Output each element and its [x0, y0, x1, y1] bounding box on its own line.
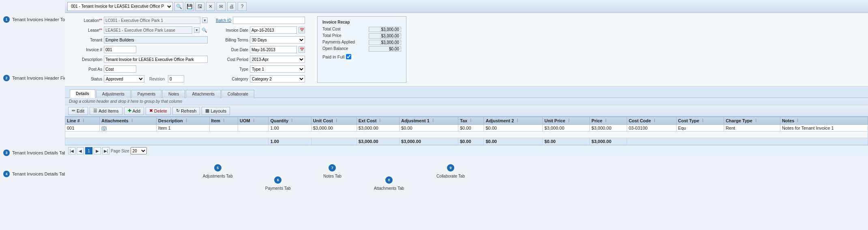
invoice-num-row: Invoice # — [70, 46, 208, 54]
col-cost-type[interactable]: Cost Type ⋮ — [676, 117, 724, 125]
invoice-selector[interactable]: 001 - Tenant Invoice for LEASE1 Executiv… — [67, 2, 173, 11]
layouts-button[interactable]: ▦ Layouts — [202, 107, 230, 115]
description-input[interactable] — [104, 56, 208, 63]
anno-label-5: Adjustments Tab — [203, 174, 233, 178]
anno-label-9: Collaborate Tab — [436, 174, 465, 178]
col-tax[interactable]: Tax ⋮ — [458, 117, 484, 125]
lease-dropdown[interactable]: ▼ — [194, 27, 200, 33]
col-unit-cost[interactable]: Unit Cost ⋮ — [311, 117, 357, 125]
tab-notes[interactable]: Notes — [162, 90, 185, 98]
cost-period-select[interactable]: 2013-Apr — [250, 56, 305, 63]
col-description[interactable]: Description ⋮ — [157, 117, 209, 125]
col-adj2[interactable]: Adjustment 2 ⋮ — [484, 117, 543, 125]
first-page-btn[interactable]: |◀ — [68, 147, 75, 154]
delete-icon-btn[interactable]: ✕ — [206, 2, 215, 11]
col-attachments[interactable]: Attachments ⋮ — [100, 117, 157, 125]
location-label: Location* — [70, 18, 102, 23]
category-select[interactable]: Category 2 — [250, 75, 305, 82]
invoice-date-calendar-icon[interactable]: 📅 — [299, 27, 305, 33]
edit-button[interactable]: ✏ Edit — [68, 107, 88, 115]
next-page-btn[interactable]: ▶ — [94, 147, 101, 154]
type-select[interactable]: Type 1 — [250, 65, 305, 73]
location-input[interactable] — [104, 17, 200, 24]
anno-label-6: Payments Tab — [265, 186, 291, 191]
location-dropdown[interactable]: ▼ — [202, 17, 208, 23]
table-container: Line # ⋮ Attachments ⋮ Description ⋮ Ite… — [65, 117, 868, 145]
tab-collaborate[interactable]: Collaborate — [221, 90, 254, 98]
cell-cost-type: Equ — [676, 125, 724, 132]
col-uom[interactable]: UOM ⋮ — [238, 117, 269, 125]
page-size-select[interactable]: 20 50 100 — [131, 147, 147, 154]
col-line[interactable]: Line # ⋮ — [65, 117, 100, 125]
invoice-date-row: Invoice Date 📅 — [216, 26, 305, 34]
batch-id-link[interactable]: Batch ID — [216, 18, 231, 23]
tab-details[interactable]: Details — [70, 89, 95, 98]
annotation-payments: 6 Payments Tab — [265, 176, 291, 191]
category-row: Category Category 2 — [216, 75, 305, 83]
billing-terms-select[interactable]: 30 Days — [250, 36, 305, 43]
col-unit-price[interactable]: Unit Price ⋮ — [543, 117, 590, 125]
tab-adjustments[interactable]: Adjustments — [96, 90, 131, 98]
details-toolbar: ✏ Edit ☰ Add Items ✚ Add ✖ Delete ↻ Re — [65, 105, 868, 117]
cell-charge-type: Rent — [724, 125, 780, 132]
add-items-button[interactable]: ☰ Add Items — [90, 107, 122, 115]
header-fields: Location* ▼ Lease* ▼ 🔍 Tenant Invoice # — [65, 13, 868, 87]
last-page-btn[interactable]: ▶| — [102, 147, 110, 154]
total-cost-row: Total Cost $3,000.00 — [322, 27, 401, 32]
refresh-label: Refresh — [181, 108, 197, 113]
col-adj1[interactable]: Adjustment 1 ⋮ — [400, 117, 458, 125]
col-quantity[interactable]: Quantity ⋮ — [269, 117, 311, 125]
toolbar-side-label: 1 Tenant Invoices Header Toolbar — [0, 13, 65, 24]
lease-search-icon[interactable]: 🔍 — [201, 27, 208, 33]
cell-item — [209, 125, 238, 132]
description-row: Description — [70, 55, 208, 63]
details-toolbar-side-label: 3 Tenant Invoices Details Tab Toolbar — [0, 148, 65, 158]
lease-label: Lease* — [70, 28, 102, 33]
refresh-button[interactable]: ↻ Refresh — [172, 107, 200, 115]
total-spacer — [65, 138, 269, 145]
anno-badge-7: 7 — [329, 164, 336, 171]
cell-attachments[interactable]: (0) — [100, 125, 157, 132]
billing-terms-label: Billing Terms — [216, 38, 248, 42]
help-icon-btn[interactable]: ? — [238, 2, 247, 11]
col-price[interactable]: Price ⋮ — [590, 117, 627, 125]
due-date-calendar-icon[interactable]: 📅 — [299, 46, 305, 53]
paid-in-full-checkbox[interactable] — [346, 54, 351, 59]
tenant-input[interactable] — [104, 36, 208, 43]
col-notes[interactable]: Notes ⋮ — [780, 117, 868, 125]
total-unit-cost-blank — [311, 138, 357, 145]
add-button[interactable]: ✚ Add — [124, 107, 144, 115]
status-select[interactable]: Approved — [104, 75, 144, 82]
anno-badge-9: 9 — [447, 164, 454, 171]
tab-payments[interactable]: Payments — [131, 90, 161, 98]
col-charge-type[interactable]: Charge Type ⋮ — [724, 117, 780, 125]
prev-page-btn[interactable]: ◀ — [77, 147, 84, 154]
cell-uom — [238, 125, 269, 132]
due-date-input[interactable] — [250, 46, 297, 53]
print-icon-btn[interactable]: 🖨 — [227, 2, 236, 11]
col-cost-code[interactable]: Cost Code ⋮ — [627, 117, 676, 125]
left-sidebar-labels: 1 Tenant Invoices Header Toolbar 2 Tenan… — [0, 0, 65, 195]
email-icon-btn[interactable]: ✉ — [217, 2, 226, 11]
total-end-spacer — [627, 138, 868, 145]
delete-button[interactable]: ✖ Delete — [146, 107, 171, 115]
total-cost-value: $3,000.00 — [369, 27, 401, 32]
save-icon-btn[interactable]: 🖫 — [196, 2, 204, 11]
lease-input[interactable] — [104, 26, 192, 34]
status-row: Status Approved Revision — [70, 75, 208, 83]
annotations-container: 5 Adjustments Tab 6 Payments Tab 7 Notes… — [65, 156, 868, 195]
invoice-num-input[interactable] — [104, 46, 136, 53]
batch-id-input[interactable] — [233, 17, 305, 24]
due-date-label: Due Date — [216, 48, 248, 52]
search-icon-btn[interactable]: 🔍 — [174, 2, 183, 11]
tab-attachments[interactable]: Attachments — [186, 90, 221, 98]
invoice-date-input[interactable] — [250, 26, 297, 34]
revision-input[interactable] — [168, 75, 184, 82]
total-quantity: 1.00 — [269, 138, 311, 145]
invoice-recap: Invoice Recap Total Cost $3,000.00 Total… — [317, 16, 406, 83]
save-disk-icon-btn[interactable]: 💾 — [185, 2, 194, 11]
open-balance-label: Open Balance — [322, 46, 348, 52]
col-ext-cost[interactable]: Ext Cost ⋮ — [357, 117, 399, 125]
post-as-input[interactable] — [104, 65, 136, 73]
col-item[interactable]: Item ⋮ — [209, 117, 238, 125]
